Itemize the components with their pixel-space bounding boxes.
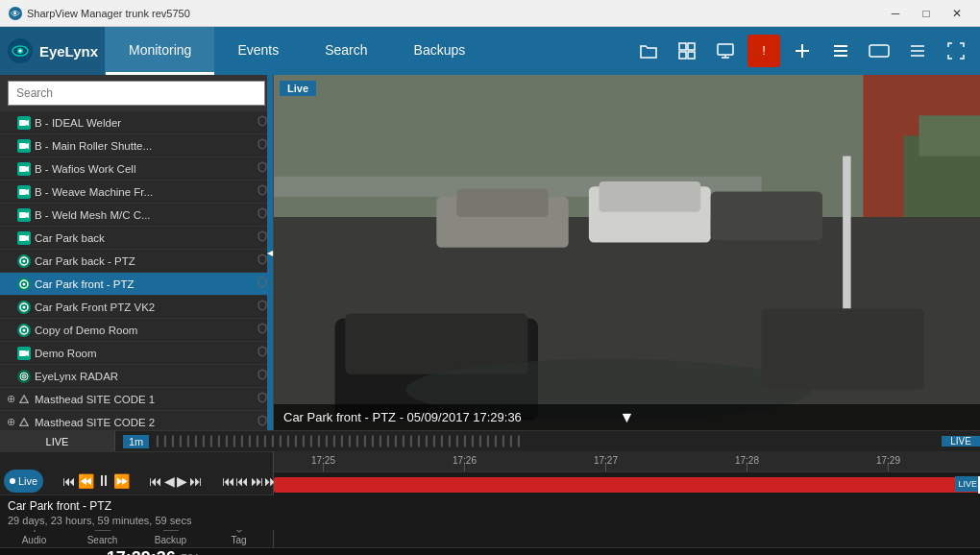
timeline-top: LIVE 1m ▎▎▎▎▎▎▎▎▎▎▎▎▎▎▎▎▎▎▎▎▎▎▎▎▎▎▎▎▎▎▎▎… bbox=[0, 430, 980, 451]
camera-item-5[interactable]: Car Park back bbox=[0, 227, 273, 250]
live-badge: Live bbox=[280, 81, 316, 96]
shield-icon bbox=[257, 207, 267, 222]
camera-item-3[interactable]: B - Weave Machine Fr... bbox=[0, 181, 273, 204]
camera-name-label: B - Main Roller Shutte... bbox=[35, 140, 257, 152]
app-icon: 👁 bbox=[8, 6, 23, 21]
nav-items: Monitoring Events Search Backups bbox=[106, 27, 488, 75]
camera-item-6[interactable]: Car Park back - PTZ bbox=[0, 250, 273, 273]
camera-item-9[interactable]: Copy of Demo Room bbox=[0, 319, 273, 342]
grid-icon bbox=[678, 42, 696, 60]
menu-icon-btn[interactable] bbox=[901, 35, 934, 67]
sidebar-resize-handle[interactable] bbox=[267, 75, 273, 430]
fast-backward-button[interactable]: ⏪ bbox=[78, 468, 94, 495]
next-frame-button[interactable]: ▶ bbox=[177, 468, 187, 495]
camera-name-label: B - IDEAL Welder bbox=[35, 117, 257, 129]
svg-marker-44 bbox=[26, 350, 29, 356]
alert-icon-btn[interactable]: ! bbox=[747, 35, 780, 67]
next-recording-button[interactable]: ⏭ bbox=[189, 468, 203, 495]
grid-icon-btn[interactable] bbox=[671, 35, 703, 67]
nav-backups[interactable]: Backups bbox=[391, 27, 489, 75]
camera-item-1[interactable]: B - Main Roller Shutte... bbox=[0, 134, 273, 157]
camera-type-icon bbox=[17, 139, 31, 153]
svg-rect-10 bbox=[718, 44, 733, 55]
pause-button[interactable]: ⏸ bbox=[96, 468, 111, 495]
svg-point-36 bbox=[23, 259, 26, 262]
svg-point-38 bbox=[23, 282, 26, 285]
camera-type-icon bbox=[17, 231, 31, 245]
camera-item-4[interactable]: B - Weld Mesh M/C C... bbox=[0, 204, 273, 227]
camera-type-icon bbox=[17, 208, 31, 222]
camera-item-2[interactable]: B - Wafios Work Cell bbox=[0, 157, 273, 181]
svg-point-5 bbox=[18, 50, 21, 53]
plus-icon-btn[interactable] bbox=[786, 35, 819, 67]
camera-list: B - IDEAL WelderB - Main Roller Shutte..… bbox=[0, 111, 273, 430]
tag-icon-btn[interactable] bbox=[863, 35, 895, 67]
camera-item-0[interactable]: B - IDEAL Welder bbox=[0, 111, 273, 134]
close-button[interactable]: ✕ bbox=[942, 0, 972, 27]
plus-icon bbox=[794, 42, 811, 60]
recording-bar-container: LIVE bbox=[274, 476, 980, 494]
svg-marker-34 bbox=[26, 235, 29, 241]
expand-icon[interactable]: ⊕ bbox=[4, 416, 17, 429]
prev-frame-button[interactable]: ◀ bbox=[164, 468, 175, 495]
shield-icon bbox=[257, 161, 267, 176]
svg-marker-30 bbox=[26, 189, 29, 195]
camera-name-label: B - Weld Mesh M/C C... bbox=[35, 209, 257, 221]
camera-item-11[interactable]: EyeLynx RADAR bbox=[0, 365, 273, 388]
svg-rect-6 bbox=[679, 43, 686, 50]
camera-item-12[interactable]: ⊕Masthead SITE CODE 1 bbox=[0, 388, 273, 411]
camera-name-label: Copy of Demo Room bbox=[35, 325, 257, 336]
timeline-live-indicator: LIVE bbox=[0, 431, 115, 452]
tag-label: Tag bbox=[231, 535, 246, 545]
camera-name-label: Car Park Front PTZ VK2 bbox=[35, 302, 257, 313]
camera-item-13[interactable]: ⊕Masthead SITE CODE 2 bbox=[0, 411, 273, 430]
timeline-ruler: 17:25 17:26 17:27 17:28 17:29 bbox=[274, 451, 980, 472]
svg-marker-24 bbox=[26, 120, 29, 126]
lines-icon-btn[interactable] bbox=[824, 35, 857, 67]
live-button[interactable]: Live bbox=[4, 470, 43, 493]
maximize-button[interactable]: □ bbox=[911, 0, 942, 27]
svg-rect-43 bbox=[19, 350, 26, 356]
svg-rect-19 bbox=[870, 45, 889, 57]
svg-rect-27 bbox=[19, 166, 26, 172]
camera-name-label: B - Weave Machine Fr... bbox=[35, 186, 257, 198]
folder-icon-btn[interactable] bbox=[632, 35, 665, 67]
nav-events[interactable]: Events bbox=[214, 27, 302, 75]
video-feed bbox=[274, 75, 980, 430]
svg-point-47 bbox=[23, 375, 25, 377]
monitor-icon-btn[interactable] bbox=[709, 35, 742, 67]
recording-bar bbox=[274, 477, 980, 493]
logo[interactable]: EyeLynx bbox=[0, 27, 106, 75]
skip-to-start-button[interactable]: ⏮ bbox=[62, 468, 76, 495]
minimize-button[interactable]: ─ bbox=[880, 0, 911, 27]
camera-item-7[interactable]: Car Park front - PTZ bbox=[0, 273, 273, 296]
svg-rect-56 bbox=[599, 181, 700, 212]
logo-icon bbox=[7, 37, 34, 64]
camera-item-10[interactable]: Demo Room bbox=[0, 342, 273, 365]
shield-icon bbox=[257, 369, 267, 383]
camera-type-icon bbox=[17, 393, 31, 406]
svg-rect-58 bbox=[456, 188, 548, 217]
nav-search[interactable]: Search bbox=[302, 27, 390, 75]
svg-rect-59 bbox=[711, 192, 822, 241]
shield-icon bbox=[257, 253, 267, 268]
video-scene bbox=[274, 75, 980, 430]
expand-icon[interactable]: ⊕ bbox=[4, 393, 17, 406]
shield-icon bbox=[257, 300, 267, 314]
shield-icon bbox=[257, 323, 267, 337]
camera-name-label: EyeLynx RADAR bbox=[35, 371, 257, 382]
prev-recording-button[interactable]: ⏮ bbox=[149, 468, 162, 495]
nav-monitoring[interactable]: Monitoring bbox=[106, 27, 214, 75]
expand-arrow[interactable]: ▼ bbox=[620, 409, 635, 426]
svg-text:!: ! bbox=[762, 43, 766, 58]
timeline-track[interactable]: 17:25 17:26 17:27 17:28 17:29 bbox=[274, 451, 980, 547]
search-input[interactable] bbox=[8, 81, 265, 106]
audio-label: Audio bbox=[22, 535, 47, 545]
camera-item-8[interactable]: Car Park Front PTZ VK2 bbox=[0, 296, 273, 319]
svg-rect-23 bbox=[19, 120, 26, 126]
skip-start-button[interactable]: ⏮⏮ bbox=[222, 468, 249, 495]
fast-forward-button[interactable]: ⏩ bbox=[113, 468, 130, 495]
datetime-milliseconds: .721 bbox=[178, 552, 200, 556]
fullscreen-icon-btn[interactable] bbox=[940, 35, 972, 67]
camera-name-label: Masthead SITE CODE 2 bbox=[35, 417, 257, 428]
